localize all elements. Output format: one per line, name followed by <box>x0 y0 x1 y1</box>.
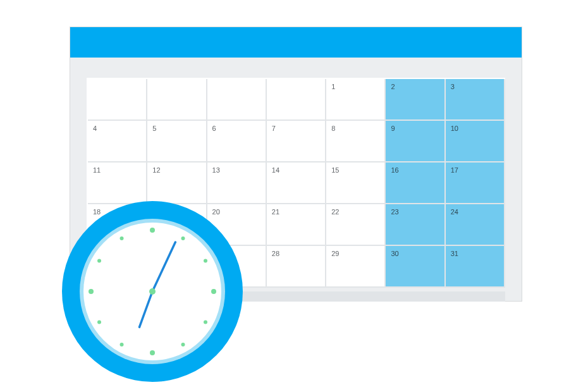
calendar-cell[interactable]: 24 <box>446 204 505 246</box>
calendar-day-number: 5 <box>152 125 156 132</box>
calendar-cell[interactable]: 5 <box>147 121 207 162</box>
svg-point-4 <box>181 236 185 240</box>
calendar-day-number: 7 <box>272 125 276 132</box>
calendar-cell[interactable]: 8 <box>326 121 386 162</box>
calendar-day-number: 31 <box>451 250 458 257</box>
calendar-cell[interactable]: 28 <box>267 246 326 288</box>
calendar-cell[interactable]: 21 <box>267 204 326 246</box>
calendar-day-number: 9 <box>391 125 395 132</box>
calendar-cell[interactable] <box>147 79 207 121</box>
calendar-day-number: 28 <box>272 250 279 257</box>
svg-point-9 <box>150 350 155 355</box>
calendar-cell[interactable] <box>207 79 267 121</box>
calendar-cell[interactable]: 15 <box>326 162 386 204</box>
svg-point-10 <box>120 343 124 346</box>
svg-point-17 <box>149 288 156 295</box>
calendar-day-number: 10 <box>451 125 458 132</box>
calendar-cell[interactable]: 10 <box>446 121 505 162</box>
calendar-cell[interactable]: 29 <box>326 246 386 288</box>
calendar-cell[interactable]: 14 <box>267 162 326 204</box>
calendar-day-number: 17 <box>451 166 458 174</box>
calendar-cell[interactable]: 22 <box>326 204 386 246</box>
calendar-cell[interactable]: 16 <box>386 162 445 204</box>
calendar-cell[interactable]: 6 <box>207 121 267 162</box>
calendar-cell[interactable] <box>267 79 326 121</box>
calendar-cell[interactable]: 17 <box>446 162 505 204</box>
clock-icon <box>60 199 245 384</box>
svg-point-3 <box>150 228 155 233</box>
svg-point-12 <box>89 289 94 294</box>
svg-point-13 <box>97 259 101 263</box>
calendar-day-number: 6 <box>212 125 216 132</box>
svg-point-5 <box>204 259 207 263</box>
calendar-cell[interactable] <box>88 79 147 121</box>
calendar-day-number: 8 <box>331 125 335 132</box>
calendar-cell[interactable]: 2 <box>386 79 445 121</box>
calendar-cell[interactable]: 30 <box>386 246 445 288</box>
svg-point-11 <box>97 321 101 324</box>
svg-point-14 <box>120 236 124 240</box>
calendar-day-number: 1 <box>331 83 335 90</box>
svg-point-8 <box>181 343 185 346</box>
calendar-day-number: 14 <box>272 166 279 174</box>
calendar-day-number: 11 <box>93 166 101 174</box>
calendar-cell[interactable]: 11 <box>88 162 147 204</box>
calendar-day-number: 22 <box>331 208 339 216</box>
calendar-cell[interactable]: 4 <box>88 121 147 162</box>
calendar-day-number: 4 <box>93 125 97 132</box>
calendar-cell[interactable]: 3 <box>446 79 505 121</box>
calendar-cell[interactable]: 1 <box>326 79 386 121</box>
calendar-cell[interactable]: 23 <box>386 204 445 246</box>
calendar-day-number: 24 <box>451 208 458 216</box>
svg-point-6 <box>211 289 216 294</box>
calendar-day-number: 16 <box>391 166 398 174</box>
calendar-day-number: 21 <box>272 208 279 216</box>
calendar-day-number: 15 <box>331 166 339 174</box>
svg-point-7 <box>204 321 207 324</box>
calendar-day-number: 13 <box>212 166 220 174</box>
calendar-titlebar <box>70 27 522 58</box>
calendar-day-number: 29 <box>331 250 339 257</box>
calendar-day-number: 12 <box>152 166 160 174</box>
calendar-day-number: 3 <box>451 83 455 90</box>
calendar-cell[interactable]: 13 <box>207 162 267 204</box>
calendar-cell[interactable]: 12 <box>147 162 207 204</box>
calendar-day-number: 23 <box>391 208 398 216</box>
calendar-cell[interactable]: 7 <box>267 121 326 162</box>
calendar-cell[interactable]: 9 <box>386 121 445 162</box>
calendar-day-number: 30 <box>391 250 398 257</box>
calendar-day-number: 2 <box>391 83 395 90</box>
calendar-cell[interactable]: 31 <box>446 246 505 288</box>
